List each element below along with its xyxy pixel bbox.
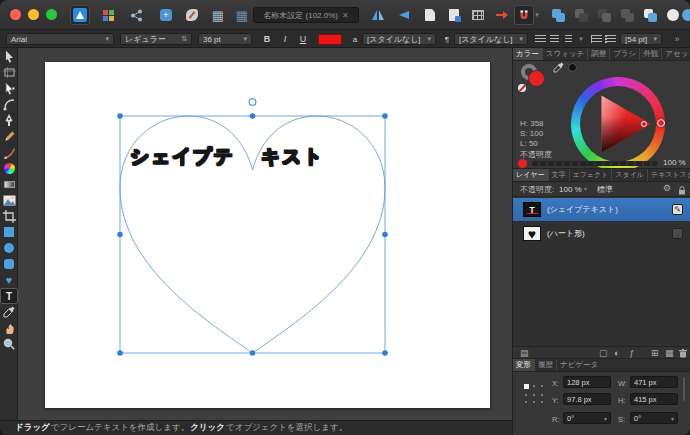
toolbar-overflow-icon[interactable]: » <box>670 33 684 45</box>
corner-tool[interactable] <box>0 96 18 112</box>
grid-dark-icon[interactable]: ▦ <box>232 5 252 25</box>
tab-effects[interactable]: エフェクト <box>570 169 613 181</box>
rounded-rectangle-tool[interactable] <box>0 256 18 272</box>
boolean-divide-icon[interactable] <box>640 5 660 25</box>
flip-horizontal-icon[interactable] <box>368 5 388 25</box>
layer-visibility-checkbox[interactable]: ✎ <box>672 204 683 215</box>
export-document-icon[interactable] <box>444 5 464 25</box>
w-input[interactable]: 471 px <box>630 376 678 388</box>
color-picker-tool[interactable] <box>0 304 18 320</box>
node-tool[interactable] <box>0 80 18 96</box>
rotation-input[interactable]: 0°▾ <box>563 412 611 424</box>
fill-tool[interactable] <box>0 160 18 176</box>
align-caret-icon[interactable]: ▾ <box>576 33 586 45</box>
snap-move-icon[interactable] <box>492 5 512 25</box>
tab-assets[interactable]: アセット <box>662 48 690 60</box>
flip-vertical-icon[interactable] <box>394 5 414 25</box>
delete-layer-icon[interactable] <box>679 349 687 358</box>
font-size-select[interactable]: 36 pt▾ <box>198 33 252 45</box>
layer-row-shape-text[interactable]: T (シェイプテキスト) ✎ <box>513 198 690 221</box>
tab-styles[interactable]: スタイル <box>612 169 648 181</box>
hue-marker[interactable] <box>657 119 665 127</box>
boolean-subtract-icon[interactable] <box>571 5 591 25</box>
opacity-caret-icon[interactable]: ▾ <box>584 185 587 194</box>
group-layer-icon[interactable]: ▦ <box>665 348 674 358</box>
character-style-select[interactable]: [スタイルなし]▾ <box>362 33 436 45</box>
pencil-badge-icon[interactable] <box>182 5 202 25</box>
tab-brushes[interactable]: ブラシ <box>610 48 640 60</box>
text-tool[interactable]: T <box>0 288 18 304</box>
underline-button[interactable]: U <box>296 33 310 45</box>
shear-input[interactable]: 0°▾ <box>630 412 678 424</box>
snapping-caret-icon[interactable]: ▾ <box>532 5 542 25</box>
mask-layer-icon[interactable]: ▢ <box>599 348 608 358</box>
leading-icon[interactable] <box>590 33 602 45</box>
panel-scrollbar[interactable] <box>683 377 685 401</box>
export-persona-icon[interactable] <box>126 5 146 25</box>
artboard-tool[interactable] <box>0 64 18 80</box>
layer-row-heart[interactable]: ♥ (ハート形) <box>513 222 690 245</box>
vector-crop-tool[interactable] <box>0 208 18 224</box>
adjustment-layer-icon[interactable]: ◐ <box>614 348 619 358</box>
shape-text-part2[interactable]: キスト <box>261 144 324 170</box>
heart-shape-tool[interactable]: ♥ <box>0 272 18 288</box>
rectangle-tool[interactable] <box>0 224 18 240</box>
align-left-icon[interactable] <box>534 33 546 45</box>
font-family-select[interactable]: Arial▾ <box>6 33 114 45</box>
opacity-slider[interactable] <box>532 161 658 166</box>
fill-color-well[interactable] <box>528 70 545 87</box>
layer-effects-icon[interactable]: ƒ <box>629 348 634 358</box>
text-fill-color-swatch[interactable] <box>318 34 342 45</box>
grid-light-icon[interactable]: ▦ <box>208 5 228 25</box>
vector-brush-tool[interactable] <box>0 144 18 160</box>
x-input[interactable]: 128 px <box>563 376 611 388</box>
anchor-point-selector[interactable] <box>522 381 546 405</box>
font-weight-select[interactable]: レギュラー⇅ <box>120 33 192 45</box>
pencil-tool[interactable] <box>0 128 18 144</box>
snapping-magnet-icon[interactable] <box>514 5 534 25</box>
document-close-icon[interactable]: ✕ <box>342 11 349 20</box>
place-image-tool[interactable] <box>0 192 18 208</box>
color-picker-icon[interactable] <box>553 62 564 73</box>
layer-lock-icon[interactable] <box>678 186 686 195</box>
tab-history[interactable]: 履歴 <box>535 359 557 371</box>
saturation-marker[interactable] <box>641 121 647 127</box>
anchor-top-left[interactable] <box>524 384 529 389</box>
color-wheel[interactable] <box>571 77 665 171</box>
new-layer-icon[interactable]: ⊞ <box>651 348 659 358</box>
paragraph-style-select[interactable]: [スタイルなし]▾ <box>454 33 528 45</box>
minimize-window-button[interactable] <box>28 9 39 20</box>
tab-swatches[interactable]: スウォッチ <box>543 48 588 60</box>
italic-button[interactable]: I <box>278 33 292 45</box>
pen-tool[interactable] <box>0 112 18 128</box>
tab-character[interactable]: 文字 <box>549 169 570 181</box>
shape-plus-icon[interactable]: + <box>156 5 176 25</box>
close-window-button[interactable] <box>10 9 21 20</box>
layer-settings-gear-icon[interactable]: ⚙ <box>663 184 671 193</box>
canvas-area[interactable]: シェイプテ キスト <box>18 48 512 420</box>
zoom-tool[interactable] <box>0 336 18 352</box>
pixel-persona-icon[interactable] <box>98 5 118 25</box>
layer-opacity-value[interactable]: 100 % <box>559 185 582 194</box>
transparency-tool[interactable] <box>0 176 18 192</box>
tab-color[interactable]: カラー <box>513 48 543 60</box>
maximize-window-button[interactable] <box>46 9 57 20</box>
tab-appearance[interactable]: 外観 <box>640 48 662 60</box>
insert-inside-icon[interactable] <box>678 5 690 25</box>
snap-grid-icon[interactable] <box>468 5 488 25</box>
picked-color-well[interactable] <box>568 63 577 72</box>
layer-state-icon[interactable]: ▤ <box>520 348 529 358</box>
shape-text-part1[interactable]: シェイプテ <box>130 144 235 170</box>
affinity-designer-logo[interactable] <box>70 5 90 25</box>
new-document-icon[interactable] <box>420 5 440 25</box>
hand-tool[interactable] <box>0 320 18 336</box>
tab-layers[interactable]: レイヤー <box>513 169 549 181</box>
leading-select[interactable]: [54 pt]▾ <box>620 33 662 45</box>
no-fill-icon[interactable] <box>518 84 526 92</box>
boolean-intersect-icon[interactable] <box>594 5 614 25</box>
tab-text-styles[interactable]: テキストスタイル <box>648 169 690 181</box>
y-input[interactable]: 97.8 px <box>563 393 611 405</box>
tab-adjustment[interactable]: 調整 <box>588 48 610 60</box>
boolean-add-icon[interactable] <box>548 5 568 25</box>
bold-button[interactable]: B <box>260 33 274 45</box>
